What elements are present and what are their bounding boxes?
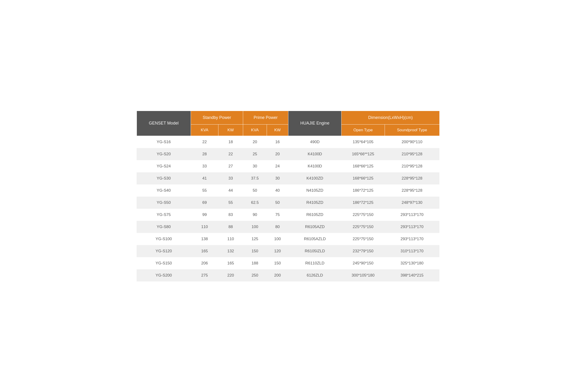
engine-cell: R6105AZLD [288,233,341,245]
sb-kva-cell: 165 [191,245,218,257]
table-row: YG-S2433273024K4100D168*66*125210*95*128 [137,160,439,172]
p-kw-cell: 30 [267,172,288,184]
engine-cell: K4100D [288,160,341,172]
sb-kw-cell: 44 [218,184,243,197]
engine-cell: R4105ZD [288,197,341,209]
table-row: YG-S4055445040N4105ZD186*72*125228*95*12… [137,184,439,197]
table-container: GENSET Model Standby Power Prime Power H… [137,111,440,281]
sb-kva-header: KVA [191,124,218,136]
p-kw-cell: 150 [267,257,288,269]
soundproof-cell: 293*113*170 [385,233,439,245]
huajie-engine-header: HUAJIE Engine [288,111,341,136]
soundproof-cell: 228*95*128 [385,184,439,197]
table-row: YG-S30413337.530K4100ZD168*66*125228*95*… [137,172,439,184]
engine-cell: 490D [288,136,341,148]
p-kw-cell: 24 [267,160,288,172]
table-row: YG-S1622182016490D135*64*105200*90*110 [137,136,439,148]
soundproof-cell: 200*90*110 [385,136,439,148]
dimension-header: Dimension(LxWxH)(cm) [342,111,439,124]
sb-kw-cell: 132 [218,245,243,257]
engine-cell: R6105AZD [288,221,341,233]
sb-kva-cell: 206 [191,257,218,269]
model-cell: YG-S200 [137,269,191,281]
open-cell: 186*72*125 [342,184,385,197]
p-kva-cell: 90 [243,209,267,221]
open-cell: 168*66*125 [342,160,385,172]
p-kva-cell: 250 [243,269,267,281]
sb-kw-cell: 88 [218,221,243,233]
sb-kva-cell: 69 [191,197,218,209]
engine-cell: R6105IZLD [288,245,341,257]
p-kva-cell: 37.5 [243,172,267,184]
table-row: YG-S50695562.550R4105ZD186*72*125248*97*… [137,197,439,209]
sb-kw-cell: 22 [218,148,243,160]
engine-cell: K4100ZD [288,172,341,184]
model-cell: YG-S20 [137,148,191,160]
genset-model-header: GENSET Model [137,111,191,136]
p-kw-cell: 40 [267,184,288,197]
model-cell: YG-S16 [137,136,191,148]
standby-power-header: Standby Power [191,111,243,124]
prime-power-header: Prime Power [243,111,288,124]
p-kw-cell: 16 [267,136,288,148]
open-cell: 225*75*150 [342,209,385,221]
soundproof-cell: 228*95*128 [385,172,439,184]
sb-kw-cell: 27 [218,160,243,172]
sb-kva-cell: 110 [191,221,218,233]
p-kva-cell: 150 [243,245,267,257]
soundproof-cell: 293*113*170 [385,209,439,221]
table-row: YG-S2028222520K4100D165*66**125210*95*12… [137,148,439,160]
sb-kva-cell: 55 [191,184,218,197]
open-type-header: Open Type [342,124,385,136]
open-cell: 165*66**125 [342,148,385,160]
open-cell: 225*75*150 [342,233,385,245]
engine-cell: R6110ZLD [288,257,341,269]
sb-kw-cell: 18 [218,136,243,148]
p-kw-header: KW [267,124,288,136]
p-kva-cell: 30 [243,160,267,172]
model-cell: YG-S120 [137,245,191,257]
p-kva-cell: 50 [243,184,267,197]
soundproof-cell: 210*95*128 [385,160,439,172]
model-cell: YG-S150 [137,257,191,269]
p-kw-cell: 80 [267,221,288,233]
model-cell: YG-S50 [137,197,191,209]
open-cell: 232*79*150 [342,245,385,257]
p-kva-cell: 25 [243,148,267,160]
header-row-1: GENSET Model Standby Power Prime Power H… [137,111,439,124]
open-cell: 300*105*180 [342,269,385,281]
model-cell: YG-S80 [137,221,191,233]
sb-kva-cell: 99 [191,209,218,221]
p-kva-cell: 100 [243,221,267,233]
p-kva-cell: 125 [243,233,267,245]
p-kva-cell: 188 [243,257,267,269]
p-kw-cell: 75 [267,209,288,221]
soundproof-cell: 310*113*170 [385,245,439,257]
table-row: YG-S2002752202502006126ZLD300*105*180398… [137,269,439,281]
sb-kw-cell: 55 [218,197,243,209]
table-row: YG-S120165132150120R6105IZLD232*79*15031… [137,245,439,257]
soundproof-cell: 293*113*170 [385,221,439,233]
sb-kw-cell: 110 [218,233,243,245]
table-row: YG-S150206165188150R6110ZLD245*90*150325… [137,257,439,269]
sb-kw-cell: 33 [218,172,243,184]
genset-table: GENSET Model Standby Power Prime Power H… [137,111,440,281]
sb-kw-header: KW [218,124,243,136]
model-cell: YG-S24 [137,160,191,172]
p-kva-cell: 62.5 [243,197,267,209]
table-row: YG-S7599839075R6105ZD225*75*150293*113*1… [137,209,439,221]
p-kw-cell: 100 [267,233,288,245]
sb-kva-cell: 138 [191,233,218,245]
open-cell: 186*72*125 [342,197,385,209]
model-cell: YG-S30 [137,172,191,184]
engine-cell: N4105ZD [288,184,341,197]
sb-kw-cell: 220 [218,269,243,281]
soundproof-cell: 398*140*215 [385,269,439,281]
p-kw-cell: 20 [267,148,288,160]
sb-kva-cell: 28 [191,148,218,160]
engine-cell: K4100D [288,148,341,160]
model-cell: YG-S75 [137,209,191,221]
soundproof-cell: 325*130*180 [385,257,439,269]
p-kva-header: KVA [243,124,267,136]
sb-kw-cell: 165 [218,257,243,269]
